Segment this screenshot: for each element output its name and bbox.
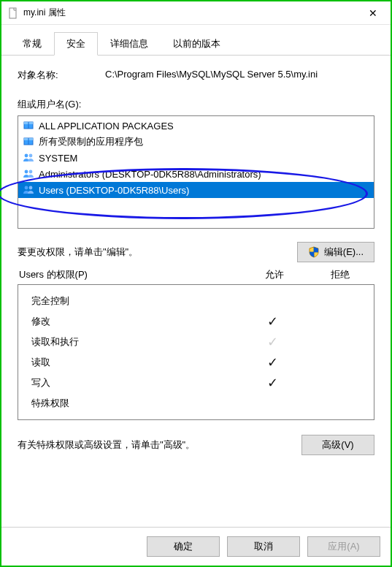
edit-hint-text: 要更改权限，请单击"编辑"。 — [18, 246, 288, 259]
svg-point-9 — [25, 170, 28, 173]
ok-button[interactable]: 确定 — [147, 536, 220, 557]
permission-row: 完全控制 — [21, 291, 371, 311]
svg-point-12 — [29, 186, 33, 189]
permission-allow: ✓ — [239, 334, 305, 350]
svg-point-7 — [25, 153, 28, 157]
advanced-hint-row: 有关特殊权限或高级设置，请单击"高级"。 高级(V) — [18, 435, 374, 455]
list-item[interactable]: SYSTEM — [18, 150, 374, 166]
permission-name: 完全控制 — [21, 294, 239, 308]
groups-label: 组或用户名(G): — [18, 98, 374, 111]
svg-point-10 — [29, 170, 33, 173]
package-icon — [23, 135, 34, 149]
package-icon — [23, 119, 34, 133]
dialog-content: 对象名称: C:\Program Files\MySQL\MySQL Serve… — [1, 56, 391, 527]
edit-button[interactable]: 编辑(E)... — [297, 242, 374, 262]
check-icon: ✓ — [267, 355, 278, 370]
permissions-header: Users 的权限(P) 允许 拒绝 — [19, 268, 373, 281]
list-item-label: Users (DESKTOP-0DK5R88\Users) — [39, 185, 189, 196]
permission-row: 读取✓ — [21, 352, 371, 373]
shield-icon — [308, 246, 320, 258]
advanced-hint-text: 有关特殊权限或高级设置，请单击"高级"。 — [18, 438, 293, 452]
permissions-header-deny: 拒绝 — [307, 268, 373, 281]
tab-previous-versions[interactable]: 以前的版本 — [161, 32, 233, 55]
list-item-label: ALL APPLICATION PACKAGES — [39, 121, 174, 132]
permission-name: 读取 — [21, 356, 239, 369]
check-icon: ✓ — [267, 335, 278, 349]
permission-row: 修改✓ — [21, 311, 371, 332]
edit-hint-row: 要更改权限，请单击"编辑"。 编辑(E)... — [18, 242, 374, 262]
permission-name: 修改 — [21, 315, 239, 328]
advanced-button[interactable]: 高级(V) — [301, 435, 374, 455]
check-icon: ✓ — [267, 314, 278, 329]
list-item[interactable]: ALL APPLICATION PACKAGES — [18, 118, 374, 134]
permission-row: 特殊权限 — [21, 393, 371, 414]
check-icon: ✓ — [267, 376, 278, 390]
group-icon — [23, 167, 34, 181]
svg-point-8 — [29, 153, 33, 157]
list-item[interactable]: Administrators (DESKTOP-0DK5R88\Administ… — [18, 166, 374, 182]
cancel-button-label: 取消 — [254, 540, 273, 553]
close-button[interactable]: ✕ — [357, 2, 389, 24]
apply-button-label: 应用(A) — [328, 540, 359, 553]
list-item[interactable]: 所有受限制的应用程序包 — [18, 134, 374, 150]
titlebar: my.ini 属性 ✕ — [1, 1, 391, 25]
permission-name: 特殊权限 — [21, 397, 239, 410]
apply-button[interactable]: 应用(A) — [307, 536, 380, 557]
svg-point-11 — [25, 186, 28, 189]
tab-general[interactable]: 常规 — [10, 32, 54, 55]
permission-allow: ✓ — [239, 313, 305, 330]
permission-allow: ✓ — [239, 375, 305, 391]
groups-listbox[interactable]: ALL APPLICATION PACKAGES所有受限制的应用程序包SYSTE… — [18, 115, 374, 229]
cancel-button[interactable]: 取消 — [227, 536, 300, 557]
permission-allow: ✓ — [239, 354, 305, 370]
group-icon — [23, 151, 34, 165]
permissions-header-left: Users 的权限(P) — [19, 268, 242, 281]
close-icon: ✕ — [369, 7, 377, 19]
svg-rect-0 — [9, 8, 16, 18]
object-name-row: 对象名称: C:\Program Files\MySQL\MySQL Serve… — [18, 69, 374, 82]
window-title: my.ini 属性 — [23, 7, 357, 19]
permissions-box: 完全控制修改✓读取和执行✓读取✓写入✓特殊权限 — [18, 284, 374, 420]
permission-row: 读取和执行✓ — [21, 332, 371, 352]
list-item-label: SYSTEM — [39, 153, 77, 164]
object-name-value: C:\Program Files\MySQL\MySQL Server 5.5\… — [105, 69, 374, 82]
tab-details[interactable]: 详细信息 — [98, 32, 161, 55]
file-icon — [7, 7, 19, 19]
list-item[interactable]: Users (DESKTOP-0DK5R88\Users) — [18, 182, 374, 198]
permission-name: 读取和执行 — [21, 335, 239, 349]
tab-strip: 常规 安全 详细信息 以前的版本 — [1, 25, 391, 56]
properties-dialog: my.ini 属性 ✕ 常规 安全 详细信息 以前的版本 对象名称: C:\Pr… — [0, 0, 392, 567]
ok-button-label: 确定 — [174, 540, 193, 553]
permission-name: 写入 — [21, 376, 239, 389]
list-item-label: Administrators (DESKTOP-0DK5R88\Administ… — [39, 169, 261, 180]
group-icon — [23, 183, 34, 197]
object-name-label: 对象名称: — [18, 69, 105, 82]
permissions-header-allow: 允许 — [242, 268, 307, 281]
advanced-button-label: 高级(V) — [322, 438, 353, 452]
dialog-footer: 确定 取消 应用(A) — [1, 527, 391, 566]
edit-button-label: 编辑(E)... — [324, 246, 364, 259]
list-item-label: 所有受限制的应用程序包 — [39, 135, 143, 148]
tab-security[interactable]: 安全 — [54, 32, 98, 56]
permission-row: 写入✓ — [21, 373, 371, 393]
